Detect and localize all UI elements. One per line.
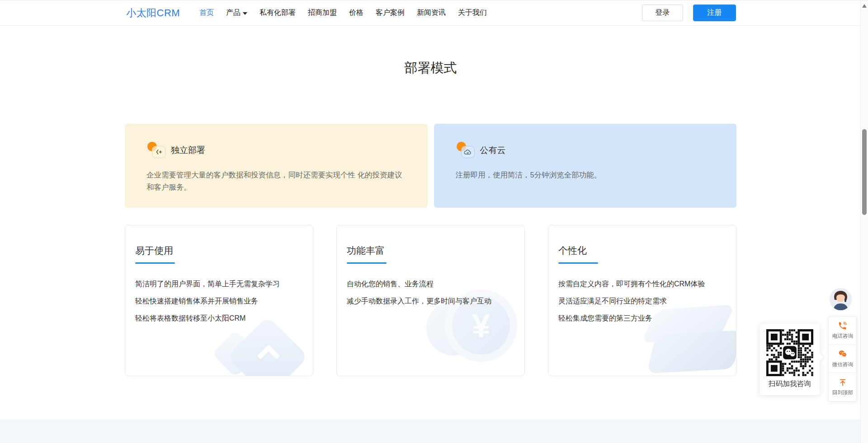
nav-item-news[interactable]: 新闻资讯 [417,8,446,18]
nav-item-customer-cases[interactable]: 客户案例 [376,8,405,18]
scrollbar-thumb[interactable] [862,129,867,215]
vertical-scrollbar[interactable] [860,0,868,443]
deploy-card-title: 公有云 [480,145,506,156]
feature-card-easy-to-use: 易于使用 简洁明了的用户界面，简单上手无需复杂学习 轻松快速搭建销售体系并开展销… [125,225,313,376]
feature-card-personalization: 个性化 按需自定义内容，即可拥有个性化的CRM体验 灵活适应满足不同行业的特定需… [548,225,736,376]
page: 小太阳CRM 首页 产品 私有化部署 招商加盟 价格 客户案例 新闻资讯 关于我… [0,0,868,443]
deploy-card-desc: 注册即用，使用简洁，5分钟浏览全部功能。 [456,169,715,181]
qr-popup: 扫码加我咨询 [760,324,820,395]
feature-card-rich-features: 功能丰富 自动化您的销售、业务流程 减少手动数据录入工作，更多时间与客户互动 ¥ [336,225,525,376]
feature-cards-row: 易于使用 简洁明了的用户界面，简单上手无需复杂学习 轻松快速搭建销售体系并开展销… [125,225,736,376]
feature-line: 灵活适应满足不同行业的特定需求 [558,293,726,310]
scrollbar-up-arrow-icon[interactable] [862,4,867,8]
qr-caption: 扫码加我咨询 [767,379,813,389]
feature-title: 易于使用 [135,244,303,257]
feature-title: 功能丰富 [347,244,514,257]
nav-item-about-us[interactable]: 关于我们 [458,8,487,18]
cloud-glyph [464,149,472,155]
feature-line: 轻松快速搭建销售体系并开展销售业务 [135,293,303,310]
deploy-card-independent: 独立部署 企业需要管理大量的客户数据和投资信息，同时还需要实现个性 化的投资建议… [125,124,428,208]
main-nav: 首页 产品 私有化部署 招商加盟 价格 客户案例 新闻资讯 关于我们 [199,8,487,18]
wechat-consult-button[interactable]: 微信咨询 [829,345,856,373]
nav-item-products[interactable]: 产品 [226,8,247,18]
feature-line: 轻松集成您需要的第三方业务 [558,310,726,327]
feature-line: 按需自定义内容，即可拥有个性化的CRM体验 [558,275,726,293]
back-to-top-label: 回到顶部 [832,389,853,396]
back-to-top-icon [838,378,847,387]
feature-line: 减少手动数据录入工作，更多时间与客户互动 [347,293,514,310]
customer-service-avatar [830,288,852,310]
code-deploy-icon [146,142,166,159]
deploy-mode-row: 独立部署 企业需要管理大量的客户数据和投资信息，同时还需要实现个性 化的投资建议… [125,124,736,208]
chevron-down-icon [243,12,247,15]
title-underline [347,262,387,264]
cloud-sync-icon [456,142,476,159]
nav-item-franchise[interactable]: 招商加盟 [308,8,337,18]
deploy-card-desc: 企业需要管理大量的客户数据和投资信息，同时还需要实现个性 化的投资建议和客户服务… [146,169,406,193]
login-button[interactable]: 登录 [642,5,683,21]
floating-contact-menu: 电话咨询 微信咨询 回到顶部 [828,316,857,401]
main-content: 部署模式 独立部署 企业需要管理大量的客户数据和投资 [125,26,736,376]
feature-line: 自动化您的销售、业务流程 [347,275,514,293]
phone-consult-label: 电话咨询 [832,332,853,340]
title-underline [135,262,175,264]
nav-item-home[interactable]: 首页 [199,8,214,18]
page-title: 部署模式 [125,59,736,77]
phone-consult-button[interactable]: 电话咨询 [829,317,856,345]
feature-line: 简洁明了的用户界面，简单上手无需复杂学习 [135,275,303,293]
feature-line: 轻松将表格数据转移至小太阳CRM [135,310,303,327]
back-to-top-button[interactable]: 回到顶部 [829,373,856,401]
phone-icon [838,321,847,331]
deploy-card-public-cloud: 公有云 注册即用，使用简洁，5分钟浏览全部功能。 [434,124,737,208]
deploy-card-title: 独立部署 [171,145,205,156]
nav-item-private-deploy[interactable]: 私有化部署 [259,8,296,18]
register-button[interactable]: 注册 [693,5,736,21]
feature-title: 个性化 [558,244,726,257]
footer-strip [0,420,860,443]
auth-buttons: 登录 注册 [642,5,736,21]
top-navbar: 小太阳CRM 首页 产品 私有化部署 招商加盟 价格 客户案例 新闻资讯 关于我… [0,0,860,26]
wechat-qr-code [766,329,813,376]
logo[interactable]: 小太阳CRM [126,6,180,20]
wechat-consult-label: 微信咨询 [832,361,853,368]
code-glyph [156,149,162,155]
wechat-icon [838,349,848,359]
title-underline [558,262,598,264]
nav-item-pricing[interactable]: 价格 [349,8,363,18]
